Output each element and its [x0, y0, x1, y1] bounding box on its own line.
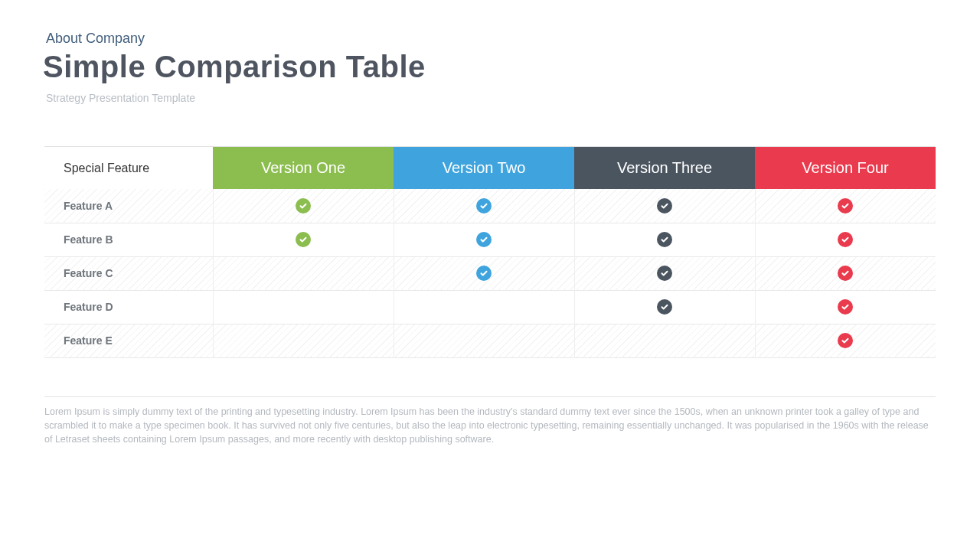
feature-cell: [213, 223, 394, 256]
feature-cell: [574, 189, 755, 223]
check-icon: [657, 266, 672, 281]
check-icon: [657, 198, 672, 214]
check-icon: [476, 198, 492, 214]
feature-cell: [394, 290, 574, 324]
check-icon: [476, 266, 492, 281]
table-body: Feature AFeature BFeature CFeature DFeat…: [44, 189, 936, 357]
feature-cell: [394, 256, 574, 290]
column-header-version-four: Version Four: [755, 147, 936, 189]
check-icon: [838, 333, 853, 348]
feature-label: Feature C: [44, 256, 213, 290]
comparison-table: Special Feature Version One Version Two …: [44, 146, 936, 358]
feature-cell: [213, 290, 394, 324]
table-header-row: Special Feature Version One Version Two …: [44, 147, 936, 189]
table-row: Feature B: [44, 223, 936, 256]
page-title: Simple Comparison Table: [43, 50, 942, 84]
feature-cell: [574, 290, 755, 324]
table-row: Feature A: [44, 189, 936, 223]
feature-label: Feature A: [44, 189, 213, 223]
check-icon: [657, 232, 672, 247]
feature-label: Feature B: [44, 223, 213, 256]
feature-cell: [394, 324, 574, 357]
feature-cell: [213, 189, 394, 223]
feature-cell: [213, 324, 394, 357]
feature-cell: [755, 256, 936, 290]
feature-cell: [394, 223, 574, 256]
feature-cell: [574, 223, 755, 256]
check-icon: [838, 266, 853, 281]
feature-label: Feature E: [44, 324, 213, 357]
feature-cell: [394, 189, 574, 223]
check-icon: [838, 232, 853, 247]
check-icon: [838, 299, 853, 315]
feature-cell: [574, 324, 755, 357]
table-row: Feature D: [44, 290, 936, 324]
footer-text: Lorem Ipsum is simply dummy text of the …: [44, 405, 936, 446]
feature-cell: [213, 256, 394, 290]
eyebrow: About Company: [46, 31, 942, 47]
column-header-version-two: Version Two: [394, 147, 574, 189]
column-header-version-one: Version One: [213, 147, 394, 189]
feature-cell: [755, 223, 936, 256]
slide: About Company Simple Comparison Table St…: [0, 0, 980, 551]
table-row: Feature C: [44, 256, 936, 290]
column-header-version-three: Version Three: [574, 147, 755, 189]
feature-cell: [755, 290, 936, 324]
footer-separator: [44, 396, 936, 397]
check-icon: [296, 198, 311, 214]
check-icon: [476, 232, 492, 247]
subtitle: Strategy Presentation Template: [46, 92, 942, 104]
check-icon: [838, 198, 853, 214]
feature-cell: [755, 324, 936, 357]
feature-cell: [574, 256, 755, 290]
check-icon: [296, 232, 311, 247]
table-row: Feature E: [44, 324, 936, 357]
feature-column-header: Special Feature: [44, 147, 213, 189]
feature-cell: [755, 189, 936, 223]
check-icon: [657, 299, 672, 315]
feature-label: Feature D: [44, 290, 213, 324]
